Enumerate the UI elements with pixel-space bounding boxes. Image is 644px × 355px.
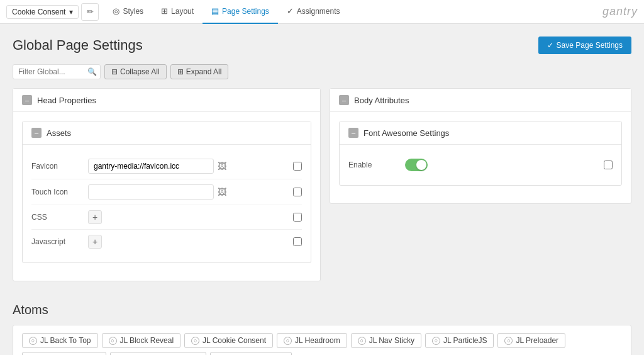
expand-all-button[interactable]: ⊞ Expand All — [170, 64, 229, 79]
template-selector[interactable]: Cookie Consent ▾ — [6, 5, 79, 19]
body-attributes-collapse-btn[interactable]: – — [339, 95, 349, 105]
atom-chip-jl-headroom[interactable]: ○JL Headroom — [277, 333, 347, 348]
atom-chip-jl-particlejs[interactable]: ○JL ParticleJS — [425, 333, 494, 348]
toggle-knob — [416, 160, 426, 170]
atom-chip-icon: ○ — [504, 337, 513, 345]
head-properties-header: – Head Properties — [13, 89, 320, 112]
font-awesome-toggle[interactable] — [405, 159, 428, 171]
font-awesome-checkbox[interactable] — [604, 161, 613, 169]
atom-chip-icon: ○ — [284, 337, 292, 345]
assignments-icon: ✓ — [287, 6, 294, 16]
atom-chip-google-analytics[interactable]: ○Google Analytics — [210, 352, 291, 355]
font-awesome-collapse-btn[interactable]: – — [348, 128, 358, 138]
css-label: CSS — [31, 213, 88, 222]
save-label-top: Save Page Settings — [557, 41, 623, 50]
search-icon: 🔍 — [87, 67, 97, 76]
tab-page-settings[interactable]: ▤ Page Settings — [203, 0, 278, 24]
save-checkmark-icon: ✓ — [547, 41, 553, 50]
page-settings-icon: ▤ — [211, 6, 219, 16]
touch-icon-input[interactable] — [88, 184, 214, 200]
javascript-input-wrap: + — [88, 235, 293, 249]
head-properties-collapse-btn[interactable]: – — [22, 95, 32, 105]
favicon-label: Favicon — [31, 162, 88, 171]
javascript-row: Javascript + — [31, 230, 302, 254]
tab-page-settings-label: Page Settings — [222, 7, 269, 16]
body-attributes-title: Body Attributes — [354, 96, 409, 105]
touch-icon-file-icon[interactable]: 🖼 — [218, 187, 226, 197]
atom-chip-icon: ○ — [191, 337, 199, 345]
atom-chip-icon: ○ — [432, 337, 440, 345]
gantry-logo: gantry — [602, 5, 638, 18]
javascript-label: Javascript — [31, 237, 88, 246]
assets-collapse-btn[interactable]: – — [31, 128, 42, 138]
head-properties-body: – Assets Favicon 🖼 — [13, 112, 320, 281]
right-column: – Body Attributes – Font Awesome Setting… — [330, 88, 631, 290]
body-attributes-body: – Font Awesome Settings Enable — [330, 112, 631, 203]
left-column: – Head Properties – Assets Favicon — [13, 88, 321, 290]
tab-styles[interactable]: ◎ Styles — [104, 0, 152, 24]
collapse-all-button[interactable]: ⊟ Collapse All — [104, 64, 167, 79]
expand-all-label: Expand All — [186, 67, 222, 76]
favicon-file-icon[interactable]: 🖼 — [218, 161, 226, 171]
edit-icon: ✏ — [87, 7, 94, 16]
atom-chip-jl-nav-sticky[interactable]: ○JL Nav Sticky — [351, 333, 421, 348]
styles-icon: ◎ — [113, 6, 119, 16]
touch-icon-checkbox[interactable] — [293, 188, 302, 196]
tab-assignments-label: Assignments — [297, 7, 340, 16]
javascript-add-button[interactable]: + — [88, 235, 102, 249]
atom-chip-icon: ○ — [358, 337, 366, 345]
favicon-checkbox[interactable] — [293, 162, 302, 171]
assets-body: Favicon 🖼 Touch Icon — [23, 145, 311, 262]
head-properties-title: Head Properties — [37, 96, 96, 105]
collapse-icon: ⊟ — [111, 67, 118, 76]
atoms-panel: ○JL Back To Top○JL Block Reveal○JL Cooki… — [13, 325, 631, 355]
two-col-layout: – Head Properties – Assets Favicon — [13, 88, 631, 290]
font-awesome-title: Font Awesome Settings — [364, 128, 449, 138]
font-awesome-header: – Font Awesome Settings — [340, 121, 621, 145]
body-attributes-header: – Body Attributes — [330, 89, 631, 112]
font-awesome-enable-row: Enable — [348, 154, 613, 176]
tab-layout-label: Layout — [171, 7, 194, 16]
main-content: Global Page Settings ✓ Save Page Setting… — [0, 24, 644, 355]
nav-left: Cookie Consent ▾ ✏ ◎ Styles ⊞ Layout ▤ P… — [6, 0, 349, 24]
filter-bar: 🔍 ⊟ Collapse All ⊞ Expand All — [13, 64, 631, 79]
favicon-input-wrap: 🖼 — [88, 159, 293, 174]
atoms-section: Atoms ○JL Back To Top○JL Block Reveal○JL… — [13, 303, 631, 355]
atom-chip-jl-cookie-consent[interactable]: ○JL Cookie Consent — [184, 333, 273, 348]
atom-chip-jl-block-reveal[interactable]: ○JL Block Reveal — [102, 333, 181, 348]
font-awesome-panel: – Font Awesome Settings Enable — [339, 121, 622, 186]
edit-template-button[interactable]: ✏ — [81, 3, 99, 21]
save-page-settings-button-top[interactable]: ✓ Save Page Settings — [538, 37, 631, 54]
page-title: Global Page Settings — [13, 37, 143, 54]
favicon-input[interactable] — [88, 159, 214, 174]
atom-chip-jl-video-background[interactable]: ○JL Video Background — [110, 352, 206, 355]
css-checkbox[interactable] — [293, 213, 302, 222]
font-awesome-toggle-wrap — [405, 159, 604, 171]
css-add-button[interactable]: + — [88, 210, 102, 224]
atom-chip-jl-back-to-top[interactable]: ○JL Back To Top — [22, 333, 98, 348]
head-properties-panel: – Head Properties – Assets Favicon — [13, 88, 321, 281]
filter-input-wrap: 🔍 — [13, 64, 101, 79]
atom-chip-uikit3-for-gantry5[interactable]: ○UIkit3 for Gantry5 — [22, 352, 106, 355]
tab-styles-label: Styles — [123, 7, 143, 16]
layout-icon: ⊞ — [161, 6, 168, 16]
atom-chip-icon: ○ — [109, 337, 117, 345]
assets-title: Assets — [47, 128, 71, 138]
body-attributes-panel: – Body Attributes – Font Awesome Setting… — [330, 88, 631, 204]
nav-right: gantry — [602, 5, 638, 18]
css-input-wrap: + — [88, 210, 293, 224]
font-awesome-enable-label: Enable — [348, 161, 405, 169]
template-name: Cookie Consent — [12, 8, 65, 16]
tab-assignments[interactable]: ✓ Assignments — [278, 0, 349, 24]
chevron-down-icon: ▾ — [69, 8, 73, 16]
javascript-checkbox[interactable] — [293, 237, 302, 246]
touch-icon-row: Touch Icon 🖼 — [31, 179, 302, 205]
assets-header: – Assets — [23, 121, 311, 145]
tab-layout[interactable]: ⊞ Layout — [152, 0, 203, 24]
css-row: CSS + — [31, 205, 302, 230]
atom-chip-jl-preloader[interactable]: ○JL Preloader — [497, 333, 565, 348]
page-header: Global Page Settings ✓ Save Page Setting… — [13, 37, 631, 54]
touch-icon-label: Touch Icon — [31, 188, 88, 196]
atom-chip-icon: ○ — [29, 337, 37, 345]
collapse-all-label: Collapse All — [120, 67, 160, 76]
